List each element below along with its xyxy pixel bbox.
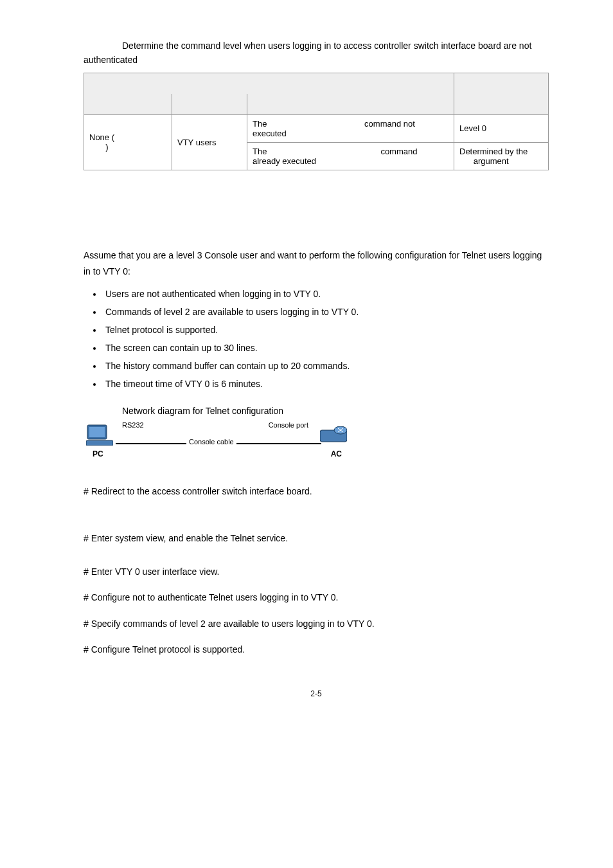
step-text: # Specify commands of level 2 are availa…: [84, 617, 549, 631]
list-item: The screen can contain up to 30 lines.: [103, 339, 549, 357]
table-header-level: [454, 73, 549, 114]
ac-label: AC: [331, 449, 342, 458]
console-cable-label: Console cable: [186, 438, 236, 446]
cmd-exec-part1: The: [253, 147, 267, 156]
list-item: The history command buffer can contain u…: [103, 357, 549, 375]
console-port-label: Console port: [269, 421, 308, 429]
table-row: None ( ) VTY users The command not execu…: [84, 114, 549, 142]
table-caption: Determine the command level when users l…: [84, 39, 549, 68]
cell-auth-text1: None (: [89, 132, 114, 142]
cell-cmd-notexec: The command not executed: [247, 114, 454, 142]
rs232-label: RS232: [122, 421, 144, 429]
table-header-col3: [247, 94, 454, 115]
svg-rect-2: [86, 440, 113, 446]
list-item: The timeout time of VTY 0 is 6 minutes.: [103, 375, 549, 393]
cell-auth-text2: ): [105, 142, 108, 152]
level-arg-part2: argument: [474, 156, 509, 166]
cell-cmd-exec: The command already executed: [247, 142, 454, 170]
cell-user: VTY users: [172, 114, 247, 170]
figure-caption: Network diagram for Telnet configuration: [84, 406, 549, 416]
cell-level0: Level 0: [454, 114, 549, 142]
pc-label: PC: [93, 449, 103, 458]
step-text: # Enter system view, and enable the Teln…: [84, 531, 549, 545]
pc-icon: [86, 424, 113, 446]
step-text: # Configure not to authenticate Telnet u…: [84, 590, 549, 604]
command-level-table: None ( ) VTY users The command not execu…: [84, 73, 549, 170]
level-arg-part1: Determined by the: [459, 147, 528, 156]
step-text: # Configure Telnet protocol is supported…: [84, 642, 549, 656]
svg-rect-1: [89, 427, 105, 437]
page-number: 2-5: [84, 689, 549, 698]
scenario-intro: Assume that you are a level 3 Console us…: [84, 248, 549, 280]
step-text: # Enter VTY 0 user interface view.: [84, 565, 549, 579]
ac-icon: [320, 426, 347, 443]
step-text: # Redirect to the access controller swit…: [84, 484, 549, 498]
list-item: Commands of level 2 are available to use…: [103, 303, 549, 321]
table-header-col1: [84, 94, 172, 115]
table-header-col2: [172, 94, 247, 115]
cmd-notexec-part1: The: [253, 119, 267, 129]
network-diagram: RS232 Console cable Console port PC AC: [84, 420, 353, 465]
cell-auth: None ( ): [84, 114, 172, 170]
table-header-blank-top: [84, 73, 454, 94]
page-container: Determine the command level when users l…: [0, 0, 613, 724]
bullet-list: Users are not authenticated when logging…: [84, 285, 549, 393]
list-item: Users are not authenticated when logging…: [103, 285, 549, 303]
cell-level-arg: Determined by the argument: [454, 142, 549, 170]
list-item: Telnet protocol is supported.: [103, 321, 549, 339]
